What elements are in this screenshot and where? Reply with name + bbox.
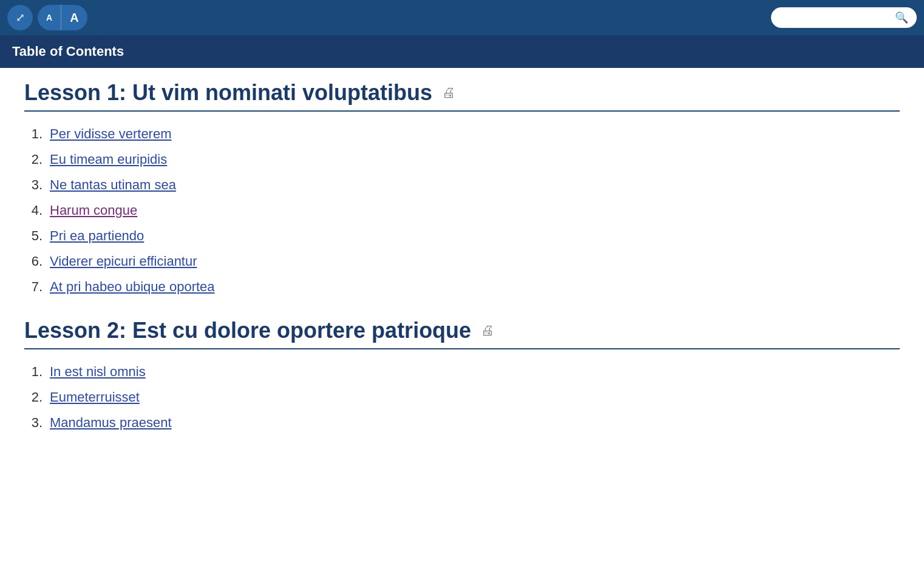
list-item: 1.Per vidisse verterem	[24, 121, 900, 147]
list-item: 4.Harum congue	[24, 198, 900, 223]
list-number: 3.	[24, 177, 42, 193]
search-container: 🔍	[771, 7, 917, 28]
font-larger-label: A	[70, 11, 78, 25]
list-item: 2.Eu timeam euripidis	[24, 147, 900, 172]
print-icon-2[interactable]: 🖨	[481, 323, 494, 338]
search-icon[interactable]: 🔍	[895, 11, 908, 24]
lesson-heading-1: Lesson 1: Ut vim nominati voluptatibus🖨	[24, 80, 900, 112]
list-item: 3.Mandamus praesent	[24, 410, 900, 436]
list-item: 2.Eumeterruisset	[24, 385, 900, 410]
font-decrease-button[interactable]: A	[38, 5, 61, 30]
lesson-link[interactable]: Harum congue	[50, 203, 137, 218]
search-input[interactable]	[780, 13, 895, 23]
lesson-heading-2: Lesson 2: Est cu dolore oportere patrioq…	[24, 318, 900, 349]
toolbar-left: ⤢ A A	[7, 5, 87, 30]
lesson-link[interactable]: Pri ea partiendo	[50, 228, 144, 244]
font-size-group: A A	[38, 5, 87, 30]
expand-button[interactable]: ⤢	[7, 5, 33, 30]
lesson-link[interactable]: At pri habeo ubique oportea	[50, 279, 215, 295]
list-number: 1.	[24, 126, 42, 142]
lesson-link[interactable]: Eu timeam euripidis	[50, 152, 167, 167]
lesson-list-1: 1.Per vidisse verterem2.Eu timeam euripi…	[24, 121, 900, 300]
list-number: 3.	[24, 415, 42, 431]
list-number: 1.	[24, 364, 42, 380]
print-icon-1[interactable]: 🖨	[442, 85, 455, 101]
toc-header: Table of Contents	[0, 35, 924, 68]
list-number: 2.	[24, 152, 42, 167]
lesson-link[interactable]: Eumeterruisset	[50, 389, 140, 405]
expand-icon: ⤢	[16, 11, 25, 24]
list-item: 7.At pri habeo ubique oportea	[24, 274, 900, 300]
lesson-link[interactable]: In est nisl omnis	[50, 364, 146, 380]
lesson-title-1: Lesson 1: Ut vim nominati voluptatibus	[24, 80, 432, 106]
font-increase-button[interactable]: A	[61, 5, 87, 30]
list-item: 1.In est nisl omnis	[24, 359, 900, 385]
lesson-link[interactable]: Mandamus praesent	[50, 415, 172, 431]
list-number: 2.	[24, 389, 42, 405]
main-content: Lesson 1: Ut vim nominati voluptatibus🖨1…	[0, 68, 924, 466]
list-number: 7.	[24, 279, 42, 295]
lesson-title-2: Lesson 2: Est cu dolore oportere patrioq…	[24, 318, 471, 343]
lesson-link[interactable]: Viderer epicuri efficiantur	[50, 254, 197, 269]
toc-title: Table of Contents	[12, 44, 124, 59]
lesson-link[interactable]: Per vidisse verterem	[50, 126, 172, 142]
toolbar: ⤢ A A 🔍	[0, 0, 924, 35]
list-item: 6.Viderer epicuri efficiantur	[24, 249, 900, 274]
lesson-section-2: Lesson 2: Est cu dolore oportere patrioq…	[24, 318, 900, 436]
lesson-link[interactable]: Ne tantas utinam sea	[50, 177, 176, 193]
list-item: 5.Pri ea partiendo	[24, 223, 900, 249]
font-smaller-label: A	[46, 13, 52, 22]
lesson-list-2: 1.In est nisl omnis2.Eumeterruisset3.Man…	[24, 359, 900, 436]
list-number: 4.	[24, 203, 42, 218]
list-number: 6.	[24, 254, 42, 269]
list-item: 3.Ne tantas utinam sea	[24, 172, 900, 198]
lesson-section-1: Lesson 1: Ut vim nominati voluptatibus🖨1…	[24, 80, 900, 300]
list-number: 5.	[24, 228, 42, 244]
